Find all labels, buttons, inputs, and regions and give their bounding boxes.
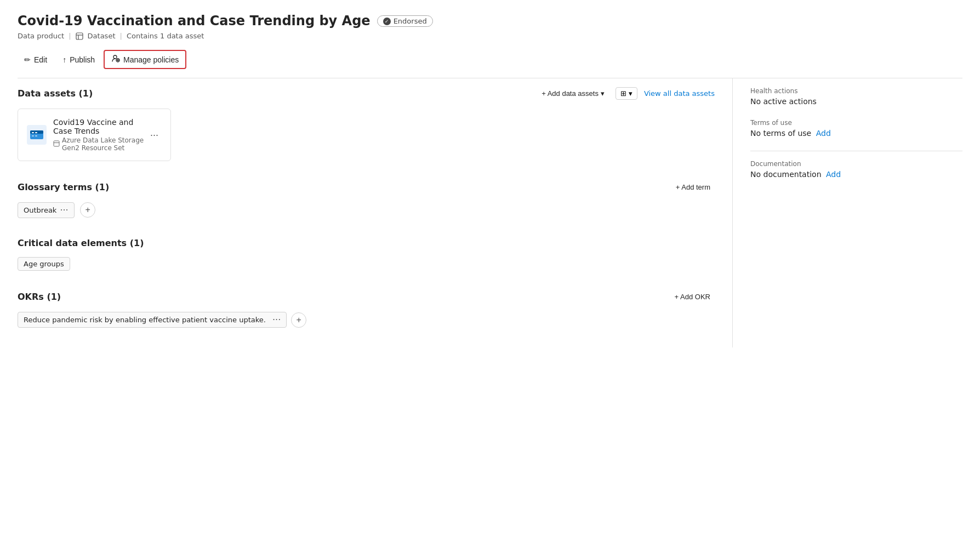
add-terms-link[interactable]: Add [816, 129, 831, 138]
add-okr-circle-button[interactable]: + [291, 312, 306, 328]
okrs-header: OKRs (1) + Add OKR [18, 290, 715, 303]
okrs-title: OKRs (1) [18, 292, 61, 302]
add-term-label: + Add term [676, 183, 710, 191]
documentation-text: No documentation [750, 170, 822, 179]
page-container: Covid-19 Vaccination and Case Trending b… [0, 0, 980, 553]
publish-icon: ↑ [62, 55, 66, 64]
add-documentation-link[interactable]: Add [826, 170, 841, 179]
data-asset-text: Covid19 Vaccine and Case Trends Azure Da… [53, 118, 147, 152]
add-data-assets-button[interactable]: + Add data assets ▾ [537, 87, 609, 100]
health-actions-value: No active actions [750, 97, 962, 106]
grid-toggle-button[interactable]: ⊞ ▾ [616, 87, 637, 100]
svg-point-3 [113, 55, 117, 59]
cde-chip: Age groups [18, 257, 70, 271]
terms-of-use-text: No terms of use [750, 129, 811, 138]
view-all-data-assets-link[interactable]: View all data assets [644, 89, 715, 98]
endorsed-badge: ✓ Endorsed [377, 15, 433, 27]
svg-rect-13 [35, 135, 37, 136]
data-asset-type-icon [53, 140, 60, 149]
data-assets-section: Data assets (1) + Add data assets ▾ ⊞ ▾ … [18, 87, 715, 161]
meta-sep-2: | [120, 32, 122, 40]
svg-rect-10 [32, 132, 34, 133]
glossary-terms-list: Outbreak ··· + [18, 202, 715, 218]
glossary-term-label: Outbreak [24, 206, 56, 214]
page-title: Covid-19 Vaccination and Case Trending b… [18, 13, 371, 28]
okrs-section: OKRs (1) + Add OKR Reduce pandemic risk … [18, 290, 715, 328]
data-asset-icon [27, 125, 47, 145]
okr-chip: Reduce pandemic risk by enabling effecti… [18, 312, 287, 328]
data-asset-name: Covid19 Vaccine and Case Trends [53, 118, 147, 135]
terms-of-use-section: Terms of use No terms of use Add [750, 119, 962, 138]
right-panel: Health actions No active actions Terms o… [732, 78, 962, 347]
data-assets-actions: + Add data assets ▾ ⊞ ▾ View all data as… [537, 87, 715, 100]
documentation-label: Documentation [750, 160, 962, 168]
add-data-assets-label: + Add data assets [542, 89, 599, 98]
terms-of-use-label: Terms of use [750, 119, 962, 127]
meta-contains: Contains 1 data asset [127, 32, 204, 40]
svg-rect-14 [54, 141, 59, 146]
data-asset-type-label: Azure Data Lake Storage Gen2 Resource Se… [62, 136, 147, 152]
data-asset-info: Covid19 Vaccine and Case Trends Azure Da… [27, 118, 147, 152]
edit-button[interactable]: ✏ Edit [18, 52, 54, 67]
meta-row: Data product | Dataset | Contains 1 data… [18, 32, 962, 40]
okr-label: Reduce pandemic risk by enabling effecti… [24, 316, 266, 324]
glossary-terms-section: Glossary terms (1) + Add term Outbreak ·… [18, 181, 715, 218]
manage-policies-icon [111, 54, 120, 65]
manage-policies-button[interactable]: Manage policies [104, 50, 186, 69]
add-data-assets-chevron-icon: ▾ [601, 89, 605, 98]
edit-icon: ✏ [24, 55, 31, 64]
okr-ellipsis-icon[interactable]: ··· [272, 315, 281, 325]
svg-rect-0 [76, 33, 83, 39]
meta-data-product: Data product [18, 32, 64, 40]
data-asset-type: Azure Data Lake Storage Gen2 Resource Se… [53, 136, 147, 152]
main-content: Data assets (1) + Add data assets ▾ ⊞ ▾ … [18, 78, 962, 347]
add-glossary-term-circle-button[interactable]: + [80, 202, 95, 218]
glossary-term-ellipsis-icon[interactable]: ··· [60, 205, 68, 215]
health-actions-section: Health actions No active actions [750, 87, 962, 106]
left-panel: Data assets (1) + Add data assets ▾ ⊞ ▾ … [18, 78, 715, 347]
data-asset-card: Covid19 Vaccine and Case Trends Azure Da… [18, 109, 171, 161]
endorsed-label: Endorsed [394, 17, 427, 25]
dataset-icon [76, 32, 83, 40]
add-term-button[interactable]: + Add term [671, 181, 715, 193]
grid-chevron-icon: ▾ [629, 89, 633, 98]
header-area: Covid-19 Vaccination and Case Trending b… [18, 13, 962, 28]
edit-label: Edit [34, 55, 47, 64]
cde-list: Age groups [18, 257, 715, 271]
glossary-terms-header: Glossary terms (1) + Add term [18, 181, 715, 193]
grid-icon: ⊞ [620, 89, 626, 98]
add-okr-button[interactable]: + Add OKR [670, 290, 715, 303]
meta-dataset: Dataset [88, 32, 116, 40]
add-okr-label: + Add OKR [675, 293, 710, 301]
svg-rect-12 [32, 135, 34, 136]
data-assets-title: Data assets (1) [18, 88, 93, 99]
data-assets-header: Data assets (1) + Add data assets ▾ ⊞ ▾ … [18, 87, 715, 100]
glossary-terms-title: Glossary terms (1) [18, 182, 109, 192]
documentation-section: Documentation No documentation Add [750, 160, 962, 179]
cde-label: Age groups [24, 260, 64, 268]
health-actions-label: Health actions [750, 87, 962, 95]
manage-policies-label: Manage policies [123, 55, 179, 64]
svg-rect-11 [35, 132, 37, 133]
endorsed-icon: ✓ [383, 18, 391, 25]
meta-sep-1: | [69, 32, 71, 40]
cde-title: Critical data elements (1) [18, 238, 144, 248]
critical-data-elements-section: Critical data elements (1) Age groups [18, 238, 715, 271]
okr-row: Reduce pandemic risk by enabling effecti… [18, 312, 715, 328]
terms-of-use-value: No terms of use Add [750, 129, 962, 138]
publish-button[interactable]: ↑ Publish [56, 52, 101, 67]
toolbar: ✏ Edit ↑ Publish Manage policies [18, 50, 962, 78]
right-panel-divider [750, 151, 962, 151]
publish-label: Publish [70, 55, 95, 64]
cde-header: Critical data elements (1) [18, 238, 715, 248]
data-asset-ellipsis-button[interactable]: ··· [147, 128, 162, 142]
documentation-value: No documentation Add [750, 170, 962, 179]
glossary-term-chip: Outbreak ··· [18, 202, 75, 218]
